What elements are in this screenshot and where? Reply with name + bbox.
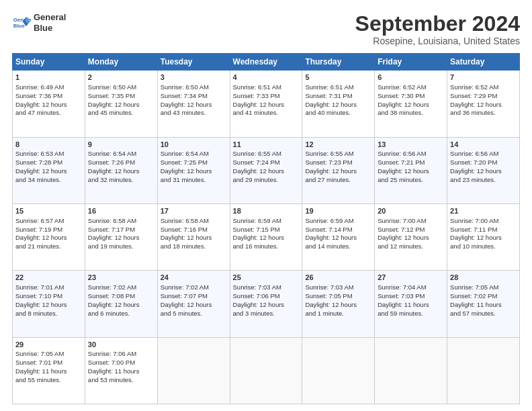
day-number: 10 [161, 140, 227, 150]
day-number: 2 [88, 73, 154, 83]
day-number: 24 [161, 273, 227, 283]
day-info-line: and 29 minutes. [233, 176, 300, 185]
calendar-cell: 28Sunrise: 7:05 AMSunset: 7:02 PMDayligh… [447, 271, 520, 337]
week-row-5: 29Sunrise: 7:05 AMSunset: 7:01 PMDayligh… [13, 337, 520, 404]
day-number: 5 [305, 73, 371, 83]
day-info-line: Sunset: 7:06 PM [233, 292, 300, 301]
day-info-line: and 12 minutes. [378, 242, 444, 251]
day-info-line: and 45 minutes. [88, 109, 154, 118]
calendar-table: SundayMondayTuesdayWednesdayThursdayFrid… [12, 53, 520, 404]
location: Rosepine, Louisiana, United States [355, 36, 520, 46]
day-info-line: Sunset: 7:33 PM [233, 92, 300, 101]
day-info-line: and 27 minutes. [305, 176, 371, 185]
calendar-cell: 18Sunrise: 6:59 AMSunset: 7:15 PMDayligh… [230, 203, 302, 270]
day-info-line: Sunset: 7:36 PM [15, 92, 82, 101]
day-number: 20 [378, 206, 444, 216]
day-info-line: and 1 minute. [305, 310, 371, 318]
calendar-cell: 26Sunrise: 7:03 AMSunset: 7:05 PMDayligh… [302, 271, 375, 337]
calendar-cell: 1Sunrise: 6:49 AMSunset: 7:36 PMDaylight… [13, 71, 85, 137]
day-info-line: Sunrise: 7:01 AM [15, 283, 82, 292]
day-info-line: Sunset: 7:12 PM [378, 226, 444, 234]
calendar-cell: 22Sunrise: 7:01 AMSunset: 7:10 PMDayligh… [13, 271, 85, 337]
day-info-line: and 3 minutes. [233, 310, 300, 318]
day-info-line: Daylight: 11 hours [450, 301, 517, 310]
day-info-line: Daylight: 12 hours [233, 101, 300, 109]
day-info-line: and 32 minutes. [88, 176, 154, 185]
calendar-cell: 5Sunrise: 6:51 AMSunset: 7:31 PMDaylight… [302, 71, 375, 137]
day-info-line: Sunset: 7:21 PM [378, 158, 444, 167]
day-number: 16 [88, 206, 154, 216]
day-info-line: Sunset: 7:08 PM [88, 292, 154, 301]
day-number: 3 [161, 73, 227, 83]
day-info-line: and 14 minutes. [305, 242, 371, 251]
day-info-line: Daylight: 11 hours [378, 301, 444, 310]
day-info-line: and 38 minutes. [378, 109, 444, 118]
day-number: 9 [88, 140, 154, 150]
day-info-line: Sunrise: 7:03 AM [233, 283, 300, 292]
day-info-line: Sunset: 7:35 PM [88, 92, 154, 101]
logo-text: General Blue [34, 12, 66, 33]
calendar-body: 1Sunrise: 6:49 AMSunset: 7:36 PMDaylight… [13, 71, 520, 404]
day-info-line: Sunrise: 6:51 AM [233, 83, 300, 92]
day-info-line: Sunrise: 7:03 AM [305, 283, 371, 292]
day-info-line: Sunset: 7:11 PM [450, 226, 517, 234]
day-info-line: Daylight: 12 hours [15, 301, 82, 310]
day-number: 8 [15, 140, 82, 150]
day-info-line: Sunrise: 7:00 AM [378, 217, 444, 226]
header: General Blue General Blue September 2024… [12, 12, 520, 46]
day-info-line: Sunset: 7:15 PM [233, 226, 300, 234]
day-info-line: Sunset: 7:16 PM [161, 226, 227, 234]
week-row-4: 22Sunrise: 7:01 AMSunset: 7:10 PMDayligh… [13, 271, 520, 337]
calendar-cell: 8Sunrise: 6:53 AMSunset: 7:28 PMDaylight… [13, 137, 85, 203]
day-info-line: Sunset: 7:02 PM [450, 292, 517, 301]
calendar-cell: 20Sunrise: 7:00 AMSunset: 7:12 PMDayligh… [375, 203, 447, 270]
logo-icon: General Blue [12, 13, 31, 32]
day-info-line: Sunset: 7:24 PM [233, 158, 300, 167]
calendar-cell: 29Sunrise: 7:05 AMSunset: 7:01 PMDayligh… [13, 337, 85, 404]
day-number: 25 [233, 273, 300, 283]
calendar-cell: 6Sunrise: 6:52 AMSunset: 7:30 PMDaylight… [375, 71, 447, 137]
day-number: 6 [378, 73, 444, 83]
day-info-line: Sunset: 7:17 PM [88, 226, 154, 234]
day-info-line: Sunset: 7:25 PM [161, 158, 227, 167]
day-info-line: Sunrise: 7:02 AM [88, 283, 154, 292]
day-number: 12 [305, 140, 371, 150]
day-number: 13 [378, 140, 444, 150]
day-info-line: and 25 minutes. [378, 176, 444, 185]
day-header-sunday: Sunday [13, 54, 85, 71]
calendar-cell: 25Sunrise: 7:03 AMSunset: 7:06 PMDayligh… [230, 271, 302, 337]
day-number: 1 [15, 73, 82, 83]
day-info-line: Sunrise: 6:51 AM [305, 83, 371, 92]
day-number: 18 [233, 206, 300, 216]
calendar-cell: 7Sunrise: 6:52 AMSunset: 7:29 PMDaylight… [447, 71, 520, 137]
day-info-line: and 40 minutes. [305, 109, 371, 118]
day-info-line: Daylight: 12 hours [161, 234, 227, 242]
day-info-line: Daylight: 12 hours [88, 234, 154, 242]
day-info-line: Daylight: 12 hours [161, 167, 227, 176]
calendar-cell: 27Sunrise: 7:04 AMSunset: 7:03 PMDayligh… [375, 271, 447, 337]
day-info-line: Daylight: 12 hours [161, 301, 227, 310]
day-info-line: Daylight: 12 hours [305, 101, 371, 109]
day-number: 27 [378, 273, 444, 283]
day-info-line: Daylight: 12 hours [378, 234, 444, 242]
calendar-cell: 15Sunrise: 6:57 AMSunset: 7:19 PMDayligh… [13, 203, 85, 270]
day-info-line: and 19 minutes. [88, 242, 154, 251]
day-number: 17 [161, 206, 227, 216]
day-info-line: Daylight: 12 hours [305, 167, 371, 176]
day-info-line: Daylight: 12 hours [378, 167, 444, 176]
day-info-line: Sunset: 7:14 PM [305, 226, 371, 234]
day-info-line: Sunrise: 6:59 AM [305, 217, 371, 226]
calendar-cell: 2Sunrise: 6:50 AMSunset: 7:35 PMDaylight… [85, 71, 157, 137]
day-number: 19 [305, 206, 371, 216]
day-info-line: and 6 minutes. [88, 310, 154, 318]
calendar-cell: 14Sunrise: 6:56 AMSunset: 7:20 PMDayligh… [447, 137, 520, 203]
day-info-line: Daylight: 11 hours [88, 367, 154, 376]
day-number: 29 [15, 340, 82, 350]
day-info-line: Daylight: 12 hours [88, 301, 154, 310]
day-number: 14 [450, 140, 517, 150]
day-number: 22 [15, 273, 82, 283]
day-info-line: Daylight: 12 hours [88, 167, 154, 176]
calendar-cell: 23Sunrise: 7:02 AMSunset: 7:08 PMDayligh… [85, 271, 157, 337]
day-header-thursday: Thursday [302, 54, 375, 71]
day-info-line: Daylight: 12 hours [15, 167, 82, 176]
